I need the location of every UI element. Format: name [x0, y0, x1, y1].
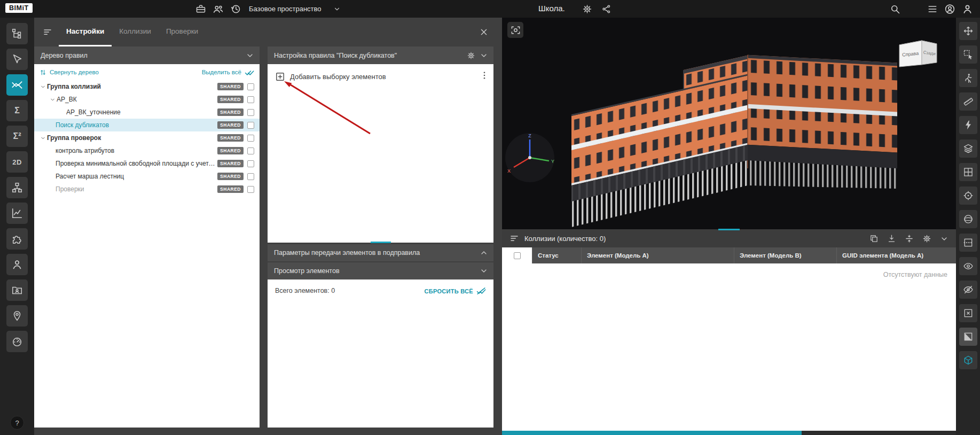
rule-config-header[interactable]: Настройка правила "Поиск дубликатов"	[268, 46, 493, 64]
panel-menu-icon[interactable]	[43, 27, 52, 37]
projects-icon[interactable]	[195, 4, 206, 14]
row-checkbox[interactable]	[247, 186, 254, 193]
project-settings-icon[interactable]	[582, 4, 592, 14]
users-icon[interactable]	[6, 254, 28, 275]
chevron-down-icon[interactable]	[38, 135, 47, 141]
chevron-down-icon[interactable]	[48, 97, 57, 103]
sum-icon[interactable]: Σ	[6, 100, 28, 121]
resize-handle[interactable]	[371, 242, 391, 243]
sum-extended-icon[interactable]: Σ²	[6, 126, 28, 147]
panel-menu-icon[interactable]	[509, 234, 519, 243]
user-icon[interactable]	[962, 3, 973, 14]
area-select-icon[interactable]	[959, 45, 977, 64]
tree-row[interactable]: Группа коллизий SHARED	[34, 80, 260, 93]
horizontal-scrollbar[interactable]	[502, 431, 956, 435]
focus-icon[interactable]	[959, 187, 977, 205]
axis-gizmo[interactable]: Z Y X	[503, 131, 556, 184]
model-tree-icon[interactable]	[6, 23, 28, 44]
shared-badge: SHARED	[217, 160, 244, 167]
dashboard-icon[interactable]	[6, 331, 28, 352]
select-tool-icon[interactable]	[6, 49, 28, 70]
app-logo[interactable]: BIMiT	[5, 3, 33, 13]
double-check-icon	[245, 68, 254, 76]
workspace-selector[interactable]: Базовое пространство	[249, 0, 341, 18]
tree-row[interactable]: контроль атрибутов SHARED	[34, 144, 260, 157]
row-checkbox[interactable]	[247, 83, 254, 90]
row-checkbox[interactable]	[247, 122, 254, 129]
resize-handle[interactable]	[718, 229, 740, 230]
column-guid-a[interactable]: GUID элемента (Модель A)	[836, 247, 956, 263]
column-status[interactable]: Статус	[532, 247, 581, 263]
scrollbar-thumb[interactable]	[502, 431, 802, 435]
column-element-b[interactable]: Элемент (Модель B)	[734, 247, 836, 263]
viewport-3d[interactable]: Z Y X Справа Сзади Коллизии (количество:…	[502, 18, 956, 435]
help-button[interactable]: ?	[10, 416, 24, 430]
tree-row[interactable]: АР_ВК SHARED	[34, 93, 260, 106]
history-icon[interactable]	[230, 4, 241, 14]
copy-icon[interactable]	[869, 234, 879, 243]
capture-icon[interactable]	[507, 22, 523, 38]
tab-checks[interactable]: Проверки	[159, 18, 206, 46]
tree-row[interactable]: АР_ВК_уточнение SHARED	[34, 106, 260, 119]
plugins-icon[interactable]	[6, 228, 28, 250]
orbit-icon[interactable]	[959, 210, 977, 228]
tab-settings[interactable]: Настройки	[59, 18, 112, 46]
view-elements-header[interactable]: Просмотр элементов	[268, 262, 493, 279]
isolate-icon[interactable]	[959, 304, 977, 322]
add-selection-button[interactable]: Добавить выборку элементов	[275, 72, 386, 82]
fit-rows-icon[interactable]	[905, 234, 914, 243]
layers-icon[interactable]	[959, 139, 977, 158]
shared-folder-icon[interactable]	[6, 279, 28, 301]
account-icon[interactable]	[944, 3, 955, 14]
walk-mode-icon[interactable]	[959, 69, 977, 87]
hide-elements-icon[interactable]	[959, 281, 977, 299]
rule-tree-header[interactable]: Дерево правил	[34, 46, 260, 64]
section-plane-icon[interactable]	[959, 234, 977, 252]
tree-row[interactable]: Расчет марша лестниц SHARED	[34, 170, 260, 183]
tree-row[interactable]: Группа проверок SHARED	[34, 131, 260, 144]
table-settings-icon[interactable]	[922, 234, 931, 243]
pan-icon[interactable]	[959, 22, 977, 40]
close-icon[interactable]	[480, 28, 488, 36]
search-icon[interactable]	[890, 4, 900, 14]
clash-detection-icon[interactable]	[6, 74, 28, 96]
column-element-a[interactable]: Элемент (Модель A)	[581, 247, 734, 263]
kebab-menu-icon[interactable]	[480, 71, 489, 80]
view-2d-icon[interactable]: 2D	[6, 151, 28, 173]
list-menu-icon[interactable]	[927, 4, 938, 14]
transfer-params-header[interactable]: Параметры передачи элементов в подправил…	[268, 244, 493, 261]
row-checkbox[interactable]	[247, 109, 254, 116]
user-location-icon[interactable]	[6, 305, 28, 327]
row-checkbox[interactable]	[247, 147, 254, 154]
grid-icon[interactable]	[959, 163, 977, 181]
row-checkbox[interactable]	[247, 135, 254, 142]
export-icon[interactable]	[887, 234, 896, 243]
tree-row-selected[interactable]: Поиск дубликатов SHARED	[34, 119, 260, 131]
select-all-checkbox[interactable]	[514, 252, 521, 259]
quick-collision-icon[interactable]	[959, 116, 977, 134]
row-checkbox[interactable]	[247, 96, 254, 103]
reset-all-button[interactable]: СБРОСИТЬ ВСЁ	[424, 287, 486, 295]
collapse-panel-icon[interactable]	[940, 234, 948, 243]
collapse-tree-link[interactable]: Свернуть дерево	[40, 69, 99, 76]
row-checkbox[interactable]	[247, 160, 254, 167]
row-checkbox[interactable]	[247, 173, 254, 180]
rule-settings-icon[interactable]	[467, 51, 475, 60]
structure-icon[interactable]	[6, 177, 28, 198]
chevron-down-icon[interactable]	[38, 84, 47, 90]
shading-mode-icon[interactable]	[959, 328, 977, 346]
shared-badge: SHARED	[217, 173, 244, 180]
share-icon[interactable]	[601, 4, 611, 14]
select-all-link[interactable]: Выделить всё	[202, 68, 254, 76]
show-elements-icon[interactable]	[959, 257, 977, 275]
clip-box-icon[interactable]	[959, 351, 977, 369]
tree-row[interactable]: Проверка минимальной свободной площади с…	[34, 157, 260, 170]
tree-row[interactable]: Проверки SHARED	[34, 183, 260, 196]
analytics-icon[interactable]	[6, 203, 28, 224]
chevron-up-icon	[480, 248, 488, 257]
nav-cube[interactable]: Справа Сзади	[896, 37, 941, 71]
tab-collisions[interactable]: Коллизии	[112, 18, 159, 46]
measure-icon[interactable]	[959, 92, 977, 111]
team-icon[interactable]	[213, 3, 224, 14]
reset-all-label: СБРОСИТЬ ВСЁ	[424, 288, 473, 294]
